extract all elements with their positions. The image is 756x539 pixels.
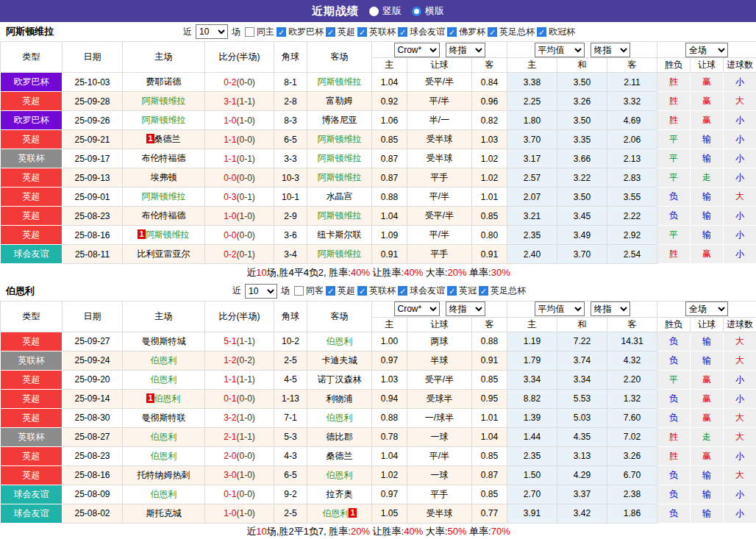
sub-column-header: 客 bbox=[607, 317, 657, 332]
league-filter-checkbox[interactable]: ✓ bbox=[479, 286, 488, 296]
result-cell: 胜 bbox=[657, 92, 691, 111]
crow-odds-select[interactable]: Crow* bbox=[394, 301, 440, 316]
halftime-score: (0-1) bbox=[237, 249, 255, 260]
avg-ref-select[interactable]: 终指 bbox=[591, 43, 630, 57]
crow-odds-value: 平/半 bbox=[407, 92, 472, 111]
avg-odds-select[interactable]: 平均值 bbox=[535, 301, 585, 316]
result-cell: 平 bbox=[657, 130, 691, 149]
result-cell: 输 bbox=[691, 351, 724, 370]
result-cell: 输 bbox=[691, 226, 724, 245]
crow-odds-select[interactable]: Crow* bbox=[394, 43, 440, 57]
crow-ref-select[interactable]: 终指 bbox=[446, 43, 485, 57]
crow-odds-group: Crow*终指 bbox=[372, 42, 507, 58]
column-header: 角球 bbox=[274, 42, 307, 73]
halftime-score: (0-0) bbox=[237, 451, 255, 461]
match-type-badge: 英超 bbox=[1, 389, 63, 408]
away-team-cell: 阿斯顿维拉 bbox=[307, 73, 372, 92]
result-cell: 胜 bbox=[657, 73, 691, 92]
summary-label: 场,胜2平1负7, 胜率: bbox=[267, 526, 351, 537]
league-filter-checkbox[interactable]: ✓ bbox=[398, 27, 407, 37]
league-filter-checkbox[interactable]: ✓ bbox=[277, 27, 286, 37]
fulltime-score: 1-2 bbox=[224, 355, 236, 365]
crow-odds-value: 0.88 bbox=[472, 332, 507, 351]
home-team-name: 阿斯顿维拉 bbox=[142, 96, 186, 106]
league-filter-label: 英超 bbox=[338, 26, 355, 38]
same-venue-checkbox[interactable] bbox=[294, 286, 304, 296]
match-date: 25-09-13 bbox=[63, 168, 123, 188]
avg-odds-select[interactable]: 平均值 bbox=[535, 43, 585, 57]
column-header: 主场 bbox=[123, 42, 205, 73]
summary-label: 让胜率: bbox=[370, 267, 404, 278]
league-filter-checkbox[interactable]: ✓ bbox=[398, 286, 407, 296]
radio-horizontal-icon[interactable] bbox=[412, 7, 421, 16]
sub-column-header: 和 bbox=[557, 317, 607, 332]
crow-odds-value: 0.87 bbox=[472, 465, 507, 485]
match-date: 25-08-09 bbox=[63, 485, 123, 504]
crow-odds-value: 受平/半 bbox=[407, 73, 472, 92]
score-cell: 1-1(0-1) bbox=[205, 149, 274, 168]
score-cell: 0-0(0-0) bbox=[205, 226, 274, 245]
score-cell: 0-3(0-1) bbox=[205, 188, 274, 207]
home-team-name: 伯恩利 bbox=[151, 432, 177, 442]
league-filter-checkbox[interactable]: ✓ bbox=[488, 27, 497, 37]
league-filter-checkbox[interactable]: ✓ bbox=[447, 27, 457, 37]
home-team-name: 桑德兰 bbox=[154, 134, 181, 144]
radio-vertical-icon[interactable] bbox=[369, 7, 379, 16]
match-type-badge: 欧罗巴杯 bbox=[1, 111, 63, 130]
league-filter-checkbox[interactable]: ✓ bbox=[537, 27, 546, 37]
match-type-badge: 球会友谊 bbox=[1, 485, 63, 504]
home-team-name: 布伦特福德 bbox=[142, 210, 186, 221]
crow-odds-value: 1.04 bbox=[372, 446, 407, 465]
home-team-name: 阿斯顿维拉 bbox=[142, 115, 186, 125]
red-card-badge: 1 bbox=[146, 134, 154, 143]
away-team-cell: 诺丁汉森林 bbox=[307, 370, 372, 389]
league-filter-checkbox[interactable]: ✓ bbox=[326, 286, 335, 296]
games-count-select[interactable]: 10 bbox=[196, 24, 228, 39]
result-cell: 小 bbox=[724, 370, 756, 389]
avg-ref-select[interactable]: 终指 bbox=[591, 301, 630, 316]
league-filter-checkbox[interactable]: ✓ bbox=[357, 27, 367, 37]
corner-cell: 2-8 bbox=[274, 92, 307, 111]
fulltime-score: 2-1 bbox=[224, 432, 236, 442]
away-team-cell: 博洛尼亚 bbox=[307, 111, 372, 130]
layout-horizontal-option[interactable]: 横版 bbox=[412, 4, 444, 18]
home-team-name: 费耶诺德 bbox=[146, 76, 182, 87]
games-count-select[interactable]: 10 bbox=[245, 284, 277, 299]
corner-cell: 4-5 bbox=[274, 370, 307, 389]
corner-cell: 9-2 bbox=[274, 485, 307, 504]
result-cell: 平 bbox=[657, 168, 691, 188]
crow-odds-value: 0.85 bbox=[372, 130, 407, 149]
home-team-name: 斯托克城 bbox=[146, 508, 182, 518]
league-filter-checkbox[interactable]: ✓ bbox=[447, 286, 457, 296]
crow-odds-value: 0.85 bbox=[472, 370, 507, 389]
fulltime-select[interactable]: 全场 bbox=[685, 43, 728, 57]
result-cell: 小 bbox=[724, 168, 756, 188]
league-filter-checkbox[interactable]: ✓ bbox=[357, 286, 367, 296]
sub-column-header: 进球数 bbox=[724, 317, 756, 332]
corner-cell: 7-1 bbox=[274, 408, 307, 427]
league-filter-checkbox[interactable]: ✓ bbox=[326, 27, 335, 37]
same-venue-checkbox[interactable] bbox=[245, 27, 254, 37]
score-cell: 2-1(1-1) bbox=[205, 427, 274, 446]
result-cell: 小 bbox=[724, 111, 756, 130]
match-type-badge: 英超 bbox=[1, 446, 63, 465]
summary-label: 让胜率: bbox=[370, 526, 404, 537]
league-filter-label: 球会友谊 bbox=[410, 285, 445, 297]
result-cell: 大 bbox=[724, 465, 756, 485]
away-team-name: 博洛尼亚 bbox=[322, 115, 357, 125]
avg-odds-value: 2.40 bbox=[507, 245, 557, 264]
matches-table: 类型日期主场比分(半场)角球客场Crow*终指平均值终指全场主让球客主和客胜负让… bbox=[0, 41, 756, 282]
corner-cell: 6-5 bbox=[274, 465, 307, 485]
avg-odds-value: 3.34 bbox=[507, 370, 557, 389]
result-cell: 赢 bbox=[691, 245, 724, 264]
column-header: 类型 bbox=[1, 301, 63, 332]
result-cell: 赢 bbox=[691, 408, 724, 427]
fulltime-select[interactable]: 全场 bbox=[685, 301, 728, 316]
match-date: 25-08-02 bbox=[63, 504, 123, 523]
layout-vertical-option[interactable]: 竖版 bbox=[369, 4, 402, 18]
fulltime-score: 1-1 bbox=[224, 154, 236, 164]
home-team-cell: 比利亚雷亚尔 bbox=[123, 245, 205, 264]
crow-ref-select[interactable]: 终指 bbox=[446, 301, 485, 316]
away-team-cell: 桑德兰 bbox=[307, 446, 372, 465]
avg-odds-value: 3.21 bbox=[507, 207, 557, 226]
